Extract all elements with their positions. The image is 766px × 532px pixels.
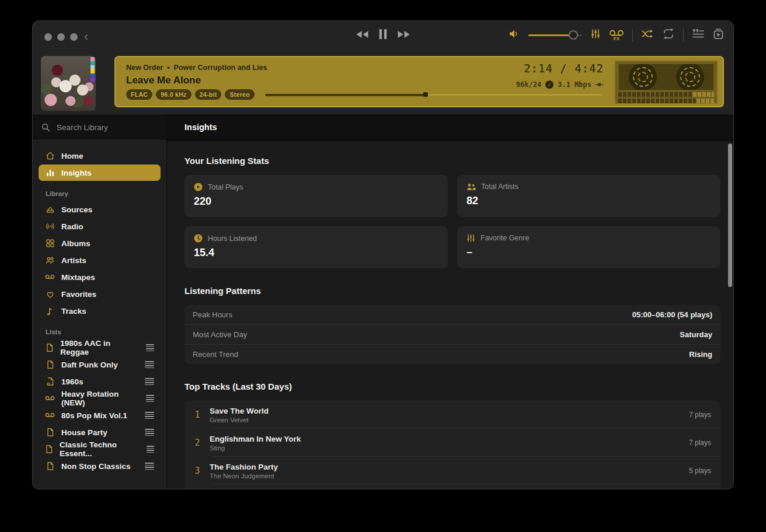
artists-icon: [45, 256, 55, 265]
close-window-button[interactable]: [44, 33, 52, 41]
sidebar-list-item[interactable]: 80s Pop Mix Vol.1: [39, 407, 161, 424]
volume-knob[interactable]: [569, 30, 578, 40]
stat-value: 15.4: [194, 247, 438, 259]
track-plays: 7 plays: [689, 439, 711, 447]
drag-handle-icon[interactable]: [145, 378, 154, 385]
sidebar-item-label: 80s Pop Mix Vol.1: [61, 411, 127, 420]
track-plays: 7 plays: [689, 411, 711, 419]
patterns-card: Peak Hours 05:00–06:00 (54 plays) Most A…: [184, 305, 720, 364]
sidebar-list-item[interactable]: House Party: [39, 424, 161, 440]
rewind-button[interactable]: [356, 30, 369, 39]
time-display: 2:14 / 4:42: [524, 62, 604, 75]
drag-handle-icon[interactable]: [146, 344, 154, 351]
pattern-row: Most Active Day Saturday: [184, 325, 720, 345]
zoom-window-button[interactable]: [70, 33, 78, 41]
track-rank: 1: [194, 410, 201, 420]
sidebar-list-item[interactable]: Classic Techno Essent...: [39, 441, 161, 457]
track-artist: Sting: [210, 444, 680, 452]
lyrics-icon[interactable]: [692, 29, 705, 41]
sidebar-list-item[interactable]: Daft Punk Only: [39, 356, 161, 373]
drag-handle-icon[interactable]: [145, 463, 154, 470]
search-input[interactable]: [55, 123, 145, 132]
seek-knob[interactable]: [423, 92, 428, 97]
equalizer-icon[interactable]: [590, 29, 601, 41]
page-title: Insights: [167, 114, 733, 141]
radio-icon: [45, 222, 55, 231]
app-window: ‹ FX: [33, 21, 733, 489]
playlist-file-icon: [45, 444, 53, 454]
sidebar-item-albums[interactable]: Albums: [39, 235, 161, 251]
play-circle-icon: [194, 183, 203, 191]
minimize-window-button[interactable]: [57, 33, 65, 41]
home-icon: [45, 151, 55, 160]
heart-icon: [45, 290, 55, 299]
sidebar-list-item[interactable]: Heavy Rotation (NEW): [39, 390, 161, 407]
separator-dot: •: [167, 64, 169, 72]
sidebar-item-label: Heavy Rotation (NEW): [61, 390, 133, 407]
track-row[interactable]: 4 Everybody Wants To Rule The World Tear…: [184, 485, 720, 489]
playlist-file-icon: [45, 428, 55, 437]
sidebar-item-label: Daft Punk Only: [61, 360, 118, 369]
bitrate-readout: 3.1 Mbps: [558, 80, 591, 89]
album-art[interactable]: [41, 56, 96, 111]
track-row[interactable]: 1 Save The World Green Velvet 7 plays: [184, 401, 720, 429]
drag-handle-icon[interactable]: [146, 395, 154, 402]
sidebar-item-artists[interactable]: Artists: [39, 252, 161, 268]
sidebar-item-label: Home: [61, 152, 83, 160]
fast-forward-button[interactable]: [398, 30, 410, 39]
stat-card-favorite-genre: Favorite Genre –: [457, 226, 720, 268]
sidebar-item-sources[interactable]: Sources: [39, 201, 161, 218]
track-title: Save The World: [210, 407, 680, 415]
toolbar-divider: [683, 29, 684, 41]
sidebar-item-label: House Party: [61, 428, 107, 437]
sidebar-list-item[interactable]: Non Stop Classics: [39, 458, 161, 474]
sidebar-item-mixtapes[interactable]: Mixtapes: [39, 269, 161, 285]
search-bar[interactable]: [33, 114, 166, 141]
volume-icon[interactable]: [509, 29, 520, 41]
repeat-icon[interactable]: [662, 29, 675, 41]
track-row[interactable]: 2 Englishman In New York Sting 7 plays: [184, 429, 720, 457]
track-artist: Green Velvet: [210, 416, 680, 424]
sidebar-list-item[interactable]: 1960s: [39, 373, 161, 390]
volume-slider[interactable]: [528, 30, 582, 40]
stat-card-total-plays: Total Plays 220: [184, 175, 448, 217]
playlist-file-icon: [45, 360, 55, 369]
track-row[interactable]: 3 The Fashion Party The Neon Judgement 5…: [184, 457, 720, 485]
sidebar-list-item[interactable]: 1980s AAC in Reggae: [39, 340, 161, 356]
sidebar-item-home[interactable]: Home: [39, 148, 161, 164]
drag-handle-icon[interactable]: [147, 446, 154, 453]
sidebar-item-label: Insights: [61, 169, 92, 177]
stat-value: 82: [466, 195, 711, 207]
patterns-section-title: Listening Patterns: [184, 286, 720, 296]
now-playing-title: Leave Me Alone: [126, 75, 201, 86]
fx-cassette-button[interactable]: FX: [609, 29, 624, 41]
main-panel: Insights Your Listening Stats Total Play…: [167, 114, 733, 489]
stat-value: 220: [194, 195, 438, 208]
scrollbar[interactable]: [728, 144, 732, 287]
now-playing-album[interactable]: Power Corruption and Lies: [174, 64, 267, 72]
back-chevron-icon[interactable]: ‹: [84, 28, 88, 46]
stat-card-total-artists: Total Artists 82: [457, 175, 720, 217]
shuffle-icon[interactable]: [641, 29, 654, 41]
sidebar-item-label: Sources: [61, 205, 92, 214]
cassette-visualizer: [614, 60, 718, 104]
drag-handle-icon[interactable]: [145, 412, 154, 419]
cassette-reel-window: [618, 64, 714, 90]
pause-button[interactable]: [379, 29, 387, 39]
seek-slider[interactable]: [265, 90, 603, 99]
window-controls[interactable]: [44, 33, 78, 41]
sidebar-item-radio[interactable]: Radio: [39, 218, 161, 235]
smart-playlist-icon: [45, 377, 55, 386]
genre-icon: [466, 234, 475, 242]
sidebar-item-insights[interactable]: Insights: [39, 164, 161, 181]
sidebar-item-tracks[interactable]: Tracks: [39, 303, 161, 319]
search-icon: [41, 123, 50, 132]
output-plug-icon: [596, 81, 604, 88]
mixtape-icon: [45, 395, 55, 402]
sidebar-item-label: Tracks: [61, 307, 86, 316]
drag-handle-icon[interactable]: [145, 361, 154, 368]
now-playing-artist[interactable]: New Order: [126, 64, 163, 72]
play-queue-icon[interactable]: [713, 28, 724, 42]
drag-handle-icon[interactable]: [145, 429, 154, 436]
sidebar-item-favorites[interactable]: Favorites: [39, 286, 161, 302]
